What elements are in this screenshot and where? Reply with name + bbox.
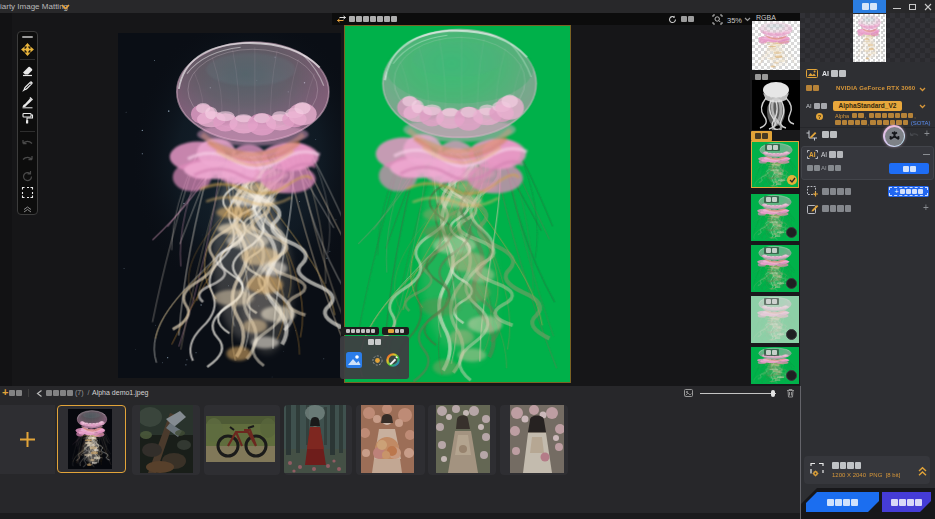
svg-text:AI: AI — [809, 151, 816, 158]
